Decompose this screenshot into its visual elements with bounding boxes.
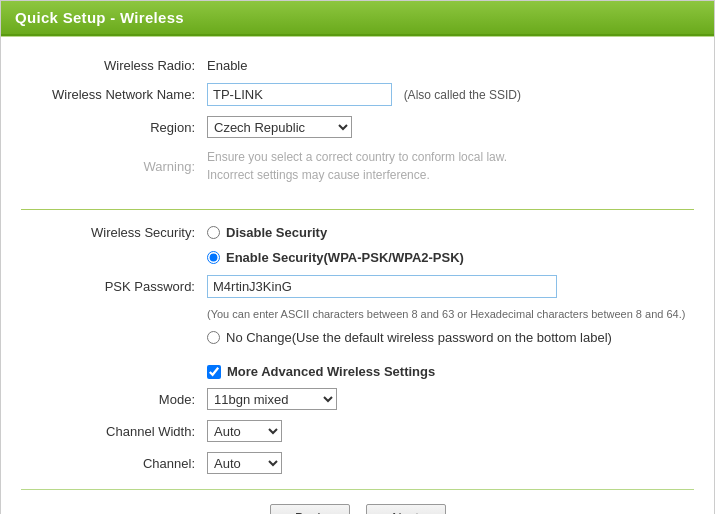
network-name-row: Wireless Network Name: (Also called the … — [21, 78, 694, 111]
network-name-cell: (Also called the SSID) — [201, 78, 694, 111]
mode-cell: 11bgn mixed 11bg mixed 11b only 11g only… — [201, 383, 694, 415]
section-divider-1 — [21, 209, 694, 210]
warning-line2: Incorrect settings may cause interferenc… — [207, 168, 430, 182]
ssid-input[interactable] — [207, 83, 392, 106]
spacer-row — [21, 189, 694, 199]
advanced-checkbox-row: More Advanced Wireless Settings — [21, 360, 694, 383]
advanced-checkbox-cell: More Advanced Wireless Settings — [201, 360, 694, 383]
content-area: Wireless Radio: Enable Wireless Network … — [1, 37, 714, 514]
next-button[interactable]: Next — [366, 504, 446, 514]
region-select[interactable]: Czech Republic United States Germany Fra… — [207, 116, 352, 138]
no-change-option: No Change(Use the default wireless passw… — [207, 330, 688, 345]
spacer-row-2 — [21, 350, 694, 360]
disable-security-label: Disable Security — [226, 225, 327, 240]
enable-security-value-cell: Enable Security(WPA-PSK/WPA2-PSK) — [201, 245, 694, 270]
no-change-spacer — [21, 325, 201, 350]
enable-security-option: Enable Security(WPA-PSK/WPA2-PSK) — [207, 250, 688, 265]
mode-select[interactable]: 11bgn mixed 11bg mixed 11b only 11g only… — [207, 388, 337, 410]
header-bar: Quick Setup - Wireless — [1, 1, 714, 36]
no-change-cell: No Change(Use the default wireless passw… — [201, 325, 694, 350]
no-change-label: No Change(Use the default wireless passw… — [226, 330, 612, 345]
security-label: Wireless Security: — [21, 220, 201, 245]
advanced-checkbox[interactable] — [207, 365, 221, 379]
channel-width-label: Channel Width: — [21, 415, 201, 447]
channel-row: Channel: Auto 1234 5678 910111213 — [21, 447, 694, 479]
back-button[interactable]: Back — [270, 504, 350, 514]
region-cell: Czech Republic United States Germany Fra… — [201, 111, 694, 143]
wireless-radio-row: Wireless Radio: Enable — [21, 53, 694, 78]
warning-label: Warning: — [21, 143, 201, 189]
enable-security-label-cell — [21, 245, 201, 270]
disable-security-radio[interactable] — [207, 226, 220, 239]
mode-label: Mode: — [21, 383, 201, 415]
channel-label: Channel: — [21, 447, 201, 479]
advanced-checkbox-group: More Advanced Wireless Settings — [207, 364, 688, 379]
security-value-cell: Disable Security — [201, 220, 694, 245]
warning-row: Warning: Ensure you select a correct cou… — [21, 143, 694, 189]
wireless-radio-value: Enable — [201, 53, 694, 78]
channel-select[interactable]: Auto 1234 5678 910111213 — [207, 452, 282, 474]
disable-security-row: Disable Security — [207, 225, 688, 240]
channel-width-row: Channel Width: Auto 20MHz 40MHz — [21, 415, 694, 447]
advanced-checkbox-label: More Advanced Wireless Settings — [227, 364, 435, 379]
no-change-radio[interactable] — [207, 331, 220, 344]
enable-security-radio[interactable] — [207, 251, 220, 264]
page-wrapper: Quick Setup - Wireless Wireless Radio: E… — [0, 0, 715, 514]
psk-row: PSK Password: — [21, 270, 694, 303]
advanced-checkbox-spacer — [21, 360, 201, 383]
region-row: Region: Czech Republic United States Ger… — [21, 111, 694, 143]
security-form-table: Wireless Security: Disable Security — [21, 220, 694, 479]
psk-password-label: PSK Password: — [21, 270, 201, 303]
region-label: Region: — [21, 111, 201, 143]
channel-width-cell: Auto 20MHz 40MHz — [201, 415, 694, 447]
psk-hint-row: (You can enter ASCII characters between … — [21, 303, 694, 325]
warning-line1: Ensure you select a correct country to c… — [207, 150, 507, 164]
page-title: Quick Setup - Wireless — [15, 9, 700, 26]
network-name-label: Wireless Network Name: — [21, 78, 201, 111]
psk-hint: (You can enter ASCII characters between … — [201, 303, 694, 325]
channel-width-select[interactable]: Auto 20MHz 40MHz — [207, 420, 282, 442]
warning-text: Ensure you select a correct country to c… — [201, 143, 694, 189]
main-form-table: Wireless Radio: Enable Wireless Network … — [21, 53, 694, 199]
mode-row: Mode: 11bgn mixed 11bg mixed 11b only 11… — [21, 383, 694, 415]
enable-security-row: Enable Security(WPA-PSK/WPA2-PSK) — [21, 245, 694, 270]
psk-password-cell — [201, 270, 694, 303]
psk-hint-spacer — [21, 303, 201, 325]
enable-security-label: Enable Security(WPA-PSK/WPA2-PSK) — [226, 250, 464, 265]
no-change-row: No Change(Use the default wireless passw… — [21, 325, 694, 350]
wireless-radio-label: Wireless Radio: — [21, 53, 201, 78]
security-label-row: Wireless Security: Disable Security — [21, 220, 694, 245]
psk-password-input[interactable] — [207, 275, 557, 298]
channel-cell: Auto 1234 5678 910111213 — [201, 447, 694, 479]
footer-buttons: Back Next — [21, 490, 694, 514]
also-called-ssid: (Also called the SSID) — [404, 88, 521, 102]
